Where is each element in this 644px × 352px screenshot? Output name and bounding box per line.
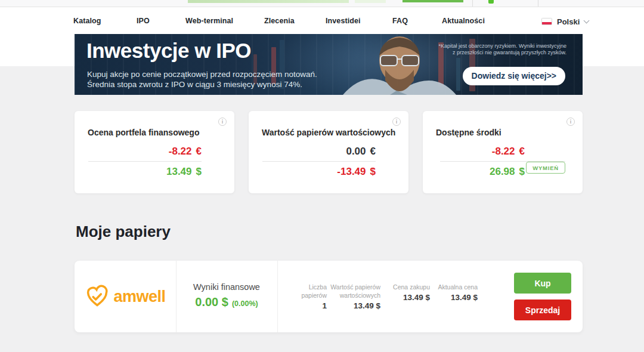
- language-label: Polski: [557, 17, 580, 26]
- nav-item-ipo[interactable]: IPO: [137, 17, 150, 25]
- poland-flag-icon: [541, 18, 552, 25]
- green-icon-fragment: [488, 0, 494, 4]
- nav-item-katalog[interactable]: Katalog: [73, 17, 101, 25]
- page: Katalog IPO Web-terminal Zlecenia Invest…: [0, 0, 644, 352]
- performance-cell: Wyniki finansowe 0.00 $ (0.00%): [176, 261, 277, 332]
- value-eur: -8.22€: [492, 146, 525, 158]
- toolbar-divider: [472, 0, 473, 7]
- value-usd: 13.49$: [166, 166, 202, 178]
- toolbar-divider: [538, 0, 538, 7]
- value-eur: 0.00€: [346, 146, 376, 158]
- row-divider: [277, 261, 278, 332]
- card-securities-value: Wartość papierów wartościowych i 0.00€ -…: [249, 111, 408, 193]
- value-usd: -13.49$: [337, 166, 376, 178]
- banner-title: Inwestycje w IPO: [86, 39, 251, 63]
- top-toolbar-remnant: [0, 0, 644, 7]
- chevron-down-icon: [584, 17, 590, 23]
- value-eur: -8.22€: [169, 146, 202, 158]
- sell-button[interactable]: Sprzedaj: [514, 299, 571, 320]
- amwell-heart-icon: [85, 284, 110, 309]
- banner-subtitle: Kupuj akcje po cenie początkowej przed r…: [87, 69, 317, 89]
- progress-bar-pale: [355, 0, 386, 3]
- performance-label: Wyniki finansowe: [176, 282, 277, 292]
- stat-share-count: Liczba papierów 1: [282, 283, 327, 310]
- progress-bar-green: [402, 0, 463, 2]
- card-divider: [88, 161, 202, 162]
- nav-item-zlecenia[interactable]: Zlecenia: [264, 17, 295, 25]
- stat-securities-value: Wartość papierów wartościowych 13.49 $: [330, 283, 380, 310]
- card-divider: [262, 161, 376, 162]
- exchange-button[interactable]: WYMIEŃ: [526, 162, 565, 174]
- performance-value: 0.00 $: [195, 295, 228, 309]
- stat-purchase-price: Cena zakupu 13.49 $: [385, 283, 430, 302]
- value-usd: 26.98$: [490, 166, 525, 178]
- card-title: Dostępne środki: [436, 128, 501, 137]
- page-title: Moje papiery: [76, 223, 171, 241]
- buy-button[interactable]: Kup: [514, 273, 571, 294]
- card-portfolio-valuation: Ocena portfela finansowego i -8.22€ 13.4…: [75, 111, 234, 193]
- company-link-amwell[interactable]: amwell: [75, 261, 176, 332]
- info-icon[interactable]: i: [392, 118, 401, 126]
- nav-item-investidei[interactable]: Investidei: [326, 17, 361, 25]
- main-navbar: Katalog IPO Web-terminal Zlecenia Invest…: [0, 7, 644, 30]
- info-icon[interactable]: i: [218, 118, 227, 126]
- performance-percent: (0.00%): [232, 299, 258, 308]
- progress-bar-light: [188, 0, 349, 3]
- nav-item-aktualnosci[interactable]: Aktualności: [442, 17, 485, 25]
- company-name: amwell: [113, 288, 165, 306]
- nav-item-faq[interactable]: FAQ: [392, 17, 408, 25]
- ipo-hero-banner: Inwestycje w IPO Kupuj akcje po cenie po…: [75, 34, 583, 95]
- banner-disclaimer: *Kapitał jest obarczony ryzykiem. Wyniki…: [439, 43, 567, 56]
- stat-current-price: Aktualna cena 13.49 $: [433, 283, 478, 302]
- info-icon[interactable]: i: [566, 118, 575, 126]
- card-available-funds: Dostępne środki i -8.22€ 26.98$ WYMIEŃ: [423, 111, 583, 193]
- learn-more-button[interactable]: Dowiedz się więcej>>: [463, 67, 565, 85]
- nav-item-web-terminal[interactable]: Web-terminal: [185, 17, 233, 25]
- card-title: Ocena portfela finansowego: [88, 128, 199, 137]
- card-title: Wartość papierów wartościowych: [262, 128, 395, 137]
- language-selector[interactable]: Polski: [541, 15, 589, 28]
- portfolio-row-amwell: amwell Wyniki finansowe 0.00 $ (0.00%) L…: [75, 261, 583, 332]
